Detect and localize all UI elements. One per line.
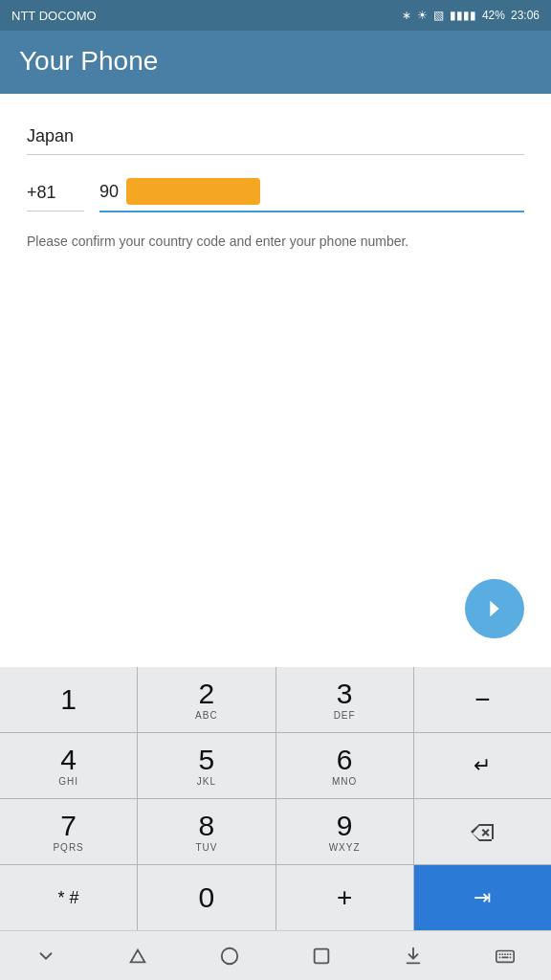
- wifi-icon: ▧: [433, 9, 444, 22]
- key-1[interactable]: 1: [0, 667, 137, 732]
- battery-label: 42%: [482, 9, 505, 22]
- circle-icon: [219, 946, 240, 967]
- key-3[interactable]: 3 DEF: [276, 667, 413, 732]
- nav-square[interactable]: [298, 937, 344, 975]
- eye-icon: ☀: [417, 9, 428, 22]
- bluetooth-icon: ∗: [402, 9, 411, 22]
- status-icons: ∗ ☀ ▧ ▮▮▮▮ 42% 23:06: [402, 9, 540, 22]
- key-return[interactable]: ↵: [414, 733, 551, 798]
- square-icon: [311, 946, 332, 967]
- country-code[interactable]: +81: [27, 179, 84, 212]
- key-grid: 1 2 ABC 3 DEF − 4 GHI 5 JKL 6 MNO ↵: [0, 667, 551, 930]
- svg-rect-1: [315, 948, 329, 963]
- help-text: Please confirm your country code and ent…: [27, 232, 524, 252]
- nav-triangle[interactable]: [115, 937, 161, 975]
- svg-point-0: [222, 947, 238, 964]
- main-content: +81 90 Please confirm your country code …: [0, 94, 551, 667]
- download-icon: [403, 946, 424, 967]
- arrow-right-icon: [481, 595, 508, 622]
- status-bar: NTT DOCOMO ∗ ☀ ▧ ▮▮▮▮ 42% 23:06: [0, 0, 551, 31]
- time-label: 23:06: [511, 9, 540, 22]
- nav-keyboard[interactable]: [482, 937, 528, 975]
- enter-icon: ⇥: [474, 885, 491, 910]
- key-dash[interactable]: −: [414, 667, 551, 732]
- key-enter-blue[interactable]: ⇥: [414, 865, 551, 930]
- nav-chevron-down[interactable]: [23, 937, 69, 975]
- key-0[interactable]: 0: [138, 865, 275, 930]
- country-field: [27, 122, 524, 155]
- keyboard-icon: [495, 946, 516, 967]
- keyboard: 1 2 ABC 3 DEF − 4 GHI 5 JKL 6 MNO ↵: [0, 667, 551, 930]
- chevron-down-icon: [35, 946, 56, 967]
- phone-row: +81 90: [27, 178, 524, 212]
- key-7[interactable]: 7 PQRS: [0, 799, 137, 864]
- key-plus[interactable]: +: [276, 865, 413, 930]
- backspace-icon: [467, 820, 497, 843]
- key-4[interactable]: 4 GHI: [0, 733, 137, 798]
- nav-download[interactable]: [390, 937, 436, 975]
- triangle-icon: [127, 946, 148, 967]
- key-2[interactable]: 2 ABC: [138, 667, 275, 732]
- key-backspace[interactable]: [414, 799, 551, 864]
- page-title: Your Phone: [19, 46, 532, 77]
- phone-number-wrapper[interactable]: 90: [99, 178, 524, 212]
- app-header: Your Phone: [0, 31, 551, 94]
- nav-home[interactable]: [207, 937, 253, 975]
- key-star-hash[interactable]: * #: [0, 865, 137, 930]
- signal-icon: ▮▮▮▮: [450, 9, 476, 22]
- phone-prefix: 90: [99, 182, 119, 202]
- key-5[interactable]: 5 JKL: [138, 733, 275, 798]
- phone-input-highlight: [126, 178, 260, 205]
- nav-bar: [0, 930, 551, 980]
- key-6[interactable]: 6 MNO: [276, 733, 413, 798]
- next-button[interactable]: [465, 579, 524, 638]
- carrier-label: NTT DOCOMO: [11, 9, 97, 23]
- key-9[interactable]: 9 WXYZ: [276, 799, 413, 864]
- country-input[interactable]: [27, 122, 524, 155]
- key-8[interactable]: 8 TUV: [138, 799, 275, 864]
